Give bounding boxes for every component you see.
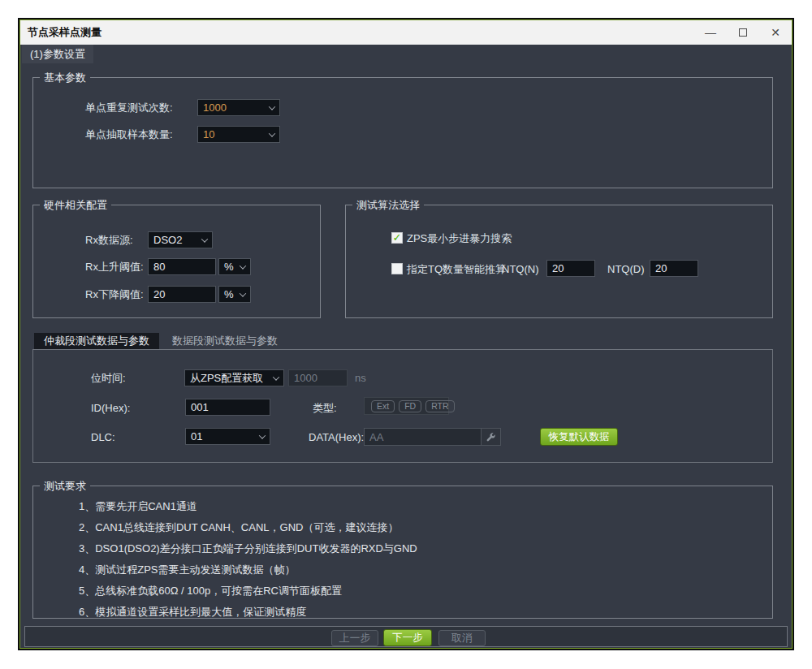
maximize-icon <box>739 28 747 37</box>
sample-count-label: 单点抽取样本数量: <box>85 126 173 143</box>
requirement-item: 1、需要先开启CAN1通道 <box>79 499 197 514</box>
chevron-down-icon <box>269 103 275 110</box>
chevron-down-icon <box>201 235 208 242</box>
chevron-down-icon <box>240 262 246 269</box>
minimize-button[interactable]: — <box>694 20 727 45</box>
rx-source-select[interactable]: DSO2 <box>148 231 213 248</box>
rx-rise-unit-select[interactable]: % <box>218 258 251 275</box>
chevron-down-icon <box>269 130 275 136</box>
chevron-down-icon <box>259 432 266 438</box>
tq-smart-checkbox[interactable] <box>391 263 403 274</box>
bit-time-label: 位时间: <box>91 369 126 386</box>
tab-step1-params[interactable]: (1)参数设置 <box>22 45 93 63</box>
dlc-label: DLC: <box>91 429 115 446</box>
requirement-item: 4、测试过程ZPS需要主动发送测试数据（帧） <box>79 563 296 577</box>
tq-smart-label: 指定TQ数量智能推算 <box>407 261 506 278</box>
requirement-item: 3、DSO1(DSO2)差分接口正负端子分别连接到DUT收发器的RXD与GND <box>79 542 417 556</box>
type-ext-button: Ext <box>371 400 395 412</box>
previous-step-button: 上一步 <box>331 630 378 646</box>
window-accent-frame: 节点采样点测量 — ✕ (1)参数设置 基本参数 单点重复测试次数: <box>19 19 793 649</box>
restore-defaults-button[interactable]: 恢复默认数据 <box>540 428 618 446</box>
group-basic-title: 基本参数 <box>40 71 90 84</box>
cancel-button: 取消 <box>438 630 486 646</box>
rx-fall-unit-select[interactable]: % <box>218 286 251 303</box>
minimize-icon: — <box>705 26 716 39</box>
titlebar: 节点采样点测量 — ✕ <box>20 20 792 45</box>
check-icon: ✓ <box>393 233 402 243</box>
requirement-item: 5、总线标准负载60Ω / 100p，可按需在RC调节面板配置 <box>79 584 342 598</box>
close-button[interactable]: ✕ <box>759 20 792 45</box>
requirement-item: 2、CAN1总线连接到DUT CANH、CANL，GND（可选，建议连接） <box>79 520 398 535</box>
ntq-d-label: NTQ(D) <box>607 261 645 278</box>
sample-count-select[interactable]: 10 <box>197 126 280 143</box>
chevron-down-icon <box>240 290 246 296</box>
rx-rise-threshold-input[interactable] <box>148 258 216 275</box>
bit-time-ns-input <box>288 369 348 386</box>
rx-source-label: Rx数据源: <box>85 231 133 248</box>
ns-unit-label: ns <box>355 369 366 386</box>
data-hex-input: AA <box>364 428 501 446</box>
ntq-n-label: NTQ(N) <box>502 261 539 278</box>
close-icon: ✕ <box>771 26 780 39</box>
data-edit-button <box>481 429 500 445</box>
group-hardware-title: 硬件相关配置 <box>40 199 111 211</box>
dlc-select[interactable]: 01 <box>185 428 270 445</box>
maximize-button[interactable] <box>727 20 759 45</box>
repeat-count-select[interactable]: 1000 <box>197 99 280 116</box>
tab-data-segment[interactable]: 数据段测试数据与参数 <box>162 333 287 349</box>
frame-type-group: Ext FD RTR <box>364 397 449 415</box>
zps-bruteforce-label: ZPS最小步进暴力搜索 <box>407 230 512 247</box>
id-hex-label: ID(Hex): <box>91 399 130 417</box>
dialog-content: (1)参数设置 基本参数 单点重复测试次数: 1000 单点抽取样本数量: 10… <box>20 45 792 648</box>
window-title: 节点采样点测量 <box>20 25 102 40</box>
next-step-button[interactable]: 下一步 <box>383 629 432 646</box>
type-label: 类型: <box>313 399 337 417</box>
dialog-window: 节点采样点测量 — ✕ (1)参数设置 基本参数 单点重复测试次数: <box>18 18 794 650</box>
rx-fall-threshold-input[interactable] <box>148 286 216 303</box>
bit-time-select[interactable]: 从ZPS配置获取 <box>184 369 284 386</box>
id-hex-input[interactable] <box>185 399 270 416</box>
requirement-item: 6、模拟通道设置采样比到最大值，保证测试精度 <box>79 605 306 619</box>
group-requirements-title: 测试要求 <box>40 480 90 492</box>
tab-arbitration-segment[interactable]: 仲裁段测试数据与参数 <box>34 333 159 349</box>
data-hex-label: DATA(Hex): <box>309 429 364 446</box>
ntq-n-input[interactable] <box>546 260 595 277</box>
type-fd-button: FD <box>399 400 421 412</box>
rx-rise-threshold-label: Rx上升阈值: <box>85 258 144 275</box>
type-rtr-button: RTR <box>425 400 454 412</box>
rx-fall-threshold-label: Rx下降阈值: <box>85 286 144 303</box>
chevron-down-icon <box>273 373 279 380</box>
wrench-icon <box>486 432 496 442</box>
zps-bruteforce-checkbox[interactable]: ✓ <box>391 232 403 244</box>
ntq-d-input[interactable] <box>650 260 698 277</box>
repeat-count-label: 单点重复测试次数: <box>85 99 173 116</box>
group-algorithm-title: 测试算法选择 <box>352 199 424 211</box>
